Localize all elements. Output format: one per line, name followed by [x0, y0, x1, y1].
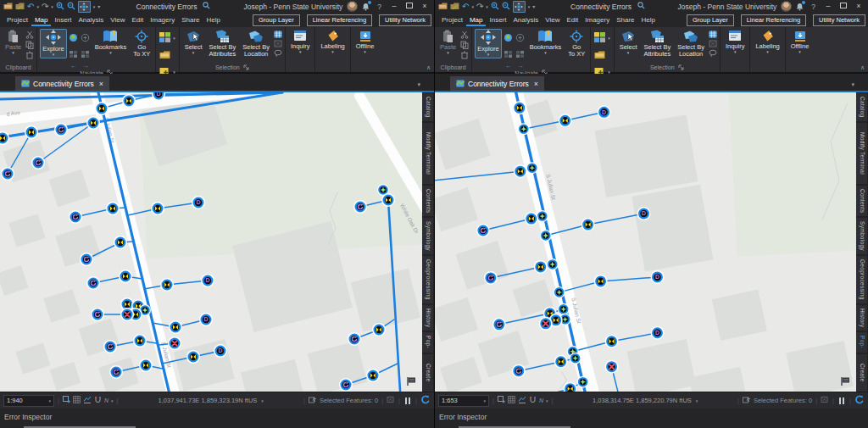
map-node-endpoint[interactable]	[484, 271, 498, 285]
fixed-zoom-icon[interactable]	[81, 31, 90, 46]
map-node-junction[interactable]	[547, 258, 559, 270]
map-node-junction[interactable]	[540, 230, 552, 242]
map-node-error-bowtie[interactable]	[186, 350, 200, 364]
map-node-error-bowtie[interactable]	[525, 212, 538, 225]
map-node-endpoint[interactable]	[348, 332, 361, 346]
basemap-dropdown-icon[interactable]: ▾	[173, 36, 175, 41]
collapse-ribbon-icon[interactable]: ∧	[426, 64, 431, 71]
new-project-icon[interactable]	[438, 2, 448, 12]
map-node-endpoint[interactable]	[54, 123, 68, 136]
map-node-error-bowtie[interactable]	[594, 275, 608, 288]
menu-tab-edit[interactable]: Edit	[563, 14, 581, 26]
map-canvas[interactable]: S Julian StS Julian Std AveWhite Oak DrD…	[0, 92, 422, 392]
refresh-icon[interactable]	[854, 395, 865, 407]
full-extent-icon[interactable]	[504, 31, 513, 46]
map-node-endpoint[interactable]	[86, 276, 100, 290]
menu-tab-share[interactable]: Share	[178, 14, 203, 26]
go-to-xy-button[interactable]: GoTo XY	[131, 29, 153, 59]
map-node-junction[interactable]	[570, 353, 581, 364]
dock-tab-catalog[interactable]: Catalog	[422, 93, 433, 121]
map-node-endpoint[interactable]	[353, 200, 367, 214]
clear-selected-icon[interactable]	[387, 396, 395, 405]
map-node-error-bowtie[interactable]	[139, 359, 153, 372]
add-preset-icon[interactable]	[594, 47, 605, 63]
menu-tab-help[interactable]: Help	[638, 14, 659, 26]
dock-tab-catalog[interactable]: Catalog	[856, 93, 867, 121]
notifications-bell-icon[interactable]	[362, 3, 370, 11]
dock-tab-geoprocessing[interactable]: Geoprocessing	[856, 256, 867, 303]
inquiry-button[interactable]: Inquiry▾	[288, 29, 313, 56]
close-tab-icon[interactable]: ×	[534, 80, 538, 88]
map-view[interactable]: S Julian StS Julian StDDDD CatalogModify…	[435, 92, 868, 392]
account-name[interactable]: Joseph - Penn State University	[244, 3, 343, 11]
menu-tab-project[interactable]: Project	[438, 14, 466, 26]
minimize-button[interactable]: –	[388, 1, 400, 12]
menu-tab-map[interactable]: Map	[466, 14, 487, 26]
undo-icon[interactable]: ↶	[27, 3, 34, 11]
map-node-error-x[interactable]	[120, 308, 134, 321]
scale-input[interactable]: 1:653▾	[438, 395, 489, 407]
explore-dropdown-icon[interactable]: ▾	[528, 4, 531, 9]
contextual-tab-utility-network[interactable]: Utility Network	[813, 14, 865, 26]
explore-tool-icon[interactable]	[78, 1, 91, 13]
dock-tab-history[interactable]: History	[856, 305, 867, 331]
help-icon[interactable]: ?	[811, 3, 815, 11]
basemap-dropdown-icon[interactable]: ▾	[608, 36, 610, 41]
basemap-icon[interactable]	[594, 31, 605, 46]
dock-tab-geoprocessing[interactable]: Geoprocessing	[422, 256, 433, 303]
paste-button[interactable]: Paste▾	[437, 29, 459, 57]
zoom-extent-icon[interactable]	[515, 47, 525, 62]
map-node-error-bowtie[interactable]	[372, 323, 386, 336]
coordinates-dropdown-icon[interactable]: ▾	[696, 398, 698, 403]
grid-icon[interactable]	[73, 396, 81, 405]
qat-overflow-icon[interactable]: ▾	[532, 3, 535, 9]
contextual-tab-group-layer[interactable]: Group Layer	[253, 14, 300, 26]
redo-icon[interactable]: ↷	[42, 3, 48, 11]
pause-drawing-icon[interactable]	[839, 397, 844, 404]
map-node-error-bowtie[interactable]	[366, 369, 380, 382]
map-view-tab[interactable]: Connectivity Errors ×	[15, 76, 109, 91]
dock-tab-create-features[interactable]: Create Features	[856, 354, 867, 392]
coordinates-dropdown-icon[interactable]: ▾	[261, 398, 264, 403]
pause-drawing-icon[interactable]	[405, 397, 410, 404]
map-node-error-bowtie[interactable]	[513, 101, 526, 114]
map-node-device[interactable]: D	[637, 207, 651, 220]
menu-tab-analysis[interactable]: Analysis	[75, 14, 107, 26]
refresh-icon[interactable]	[420, 395, 431, 407]
next-extent-icon[interactable]: →	[517, 63, 524, 69]
dock-tab-pop-up[interactable]: Pop-up	[422, 332, 433, 353]
qat-overflow-icon[interactable]: ▾	[97, 3, 100, 9]
offline-button[interactable]: Offline▾	[353, 29, 377, 56]
map-node-error-bowtie[interactable]	[534, 260, 548, 274]
select-button[interactable]: Select▾	[617, 29, 640, 57]
tab-overflow-icon[interactable]: ▾	[851, 81, 854, 88]
restore-button[interactable]	[837, 1, 849, 12]
menu-tab-edit[interactable]: Edit	[128, 14, 147, 26]
map-node-device[interactable]: D	[199, 313, 213, 326]
map-node-endpoint[interactable]	[512, 364, 526, 378]
map-node-device[interactable]: D	[192, 196, 205, 209]
tab-overflow-icon[interactable]: ▾	[417, 81, 420, 88]
zoom-selection-icon[interactable]	[69, 47, 78, 62]
map-node-device[interactable]: D	[201, 274, 214, 287]
dock-tab-contents[interactable]: Contents	[856, 186, 867, 216]
map-node-error-bowtie[interactable]	[133, 334, 147, 347]
map-node-error-bowtie[interactable]	[114, 236, 127, 249]
new-bookmark-icon[interactable]	[63, 396, 70, 405]
map-node-endpoint[interactable]	[80, 253, 93, 266]
map-node-endpoint[interactable]	[31, 156, 45, 170]
next-extent-icon[interactable]: →	[82, 63, 89, 69]
basemap-icon[interactable]	[159, 31, 170, 46]
zoom-selection-icon[interactable]	[504, 47, 513, 62]
status-tools-dropdown-icon[interactable]: ▾	[546, 398, 548, 403]
menu-tab-view[interactable]: View	[542, 14, 563, 26]
map-node-junction[interactable]	[537, 210, 548, 222]
selected-features[interactable]: Selected Features: 0	[309, 396, 378, 405]
dock-tab-symbology[interactable]: Symbology	[856, 218, 867, 254]
map-node-error-bowtie[interactable]	[151, 202, 164, 215]
map-node-endpoint[interactable]	[476, 224, 490, 237]
cut-icon[interactable]	[460, 31, 469, 39]
scale-input[interactable]: 1:940▾	[3, 395, 54, 407]
grid-icon[interactable]	[508, 396, 515, 405]
explore-tool-icon[interactable]	[513, 1, 526, 13]
